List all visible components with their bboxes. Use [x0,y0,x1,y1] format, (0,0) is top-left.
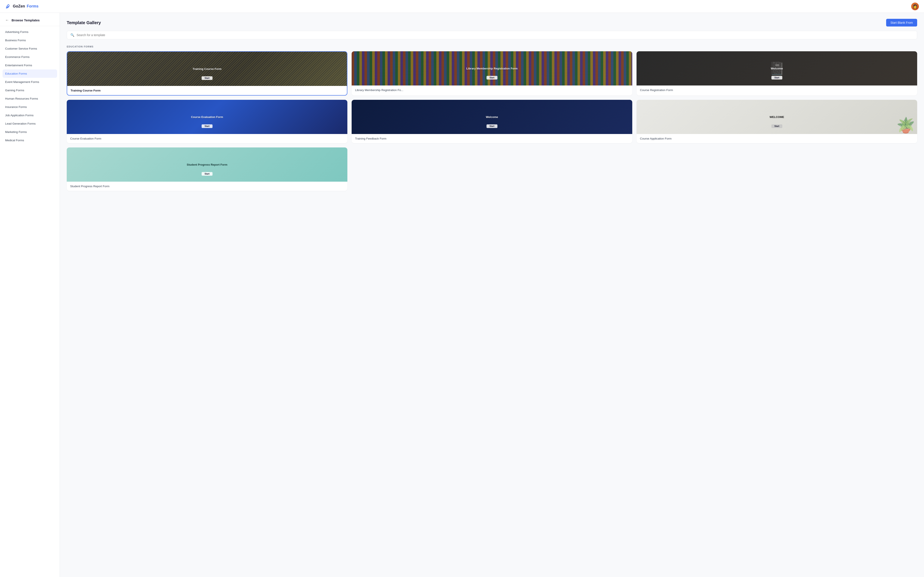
logo[interactable]: GoZenForms [5,3,39,10]
sidebar-item-lead-generation[interactable]: Lead Generation Forms [0,119,60,128]
sidebar-item-insurance[interactable]: Insurance Forms [0,103,60,111]
sidebar-item-entertainment[interactable]: Entertainment Forms [0,61,60,69]
sidebar-header: ← Browse Templates [0,16,60,26]
sidebar-item-business[interactable]: Business Forms [0,36,60,44]
card-label-student-progress: Student Progress Report Form [67,182,347,191]
template-grid: Training Course Form Start Training Cour… [67,51,917,191]
card-preview-training-feedback: Welcome Start [352,100,632,134]
header: GoZenForms 👩 [0,0,924,13]
card-preview-title: Course Evaluation Form [187,115,226,119]
sidebar-item-event-management[interactable]: Event Management Forms [0,78,60,86]
sidebar-item-job-application[interactable]: Job Application Forms [0,111,60,119]
logo-text-forms: Forms [27,4,39,8]
sidebar-item-education[interactable]: Education Forms [3,69,57,78]
card-preview-title: Welcome [767,67,787,70]
template-card-course-registration[interactable]: Welcome Start Course Registration Form [636,51,917,95]
template-card-course-evaluation[interactable]: Course Evaluation Form Start Course Eval… [67,100,347,143]
template-card-student-progress[interactable]: Student Progress Report Form Start Stude… [67,147,347,191]
card-preview-student-progress: Student Progress Report Form Start [67,147,347,182]
template-card-training-feedback[interactable]: Welcome Start Training Feedback Form [352,100,632,143]
user-avatar[interactable]: 👩 [911,3,919,10]
sidebar: ← Browse Templates Advertising FormsBusi… [0,13,60,577]
main-header: Template Gallery Start Blank From [67,19,917,26]
sidebar-title: Browse Templates [11,18,40,22]
card-label-course-registration: Course Registration Form [636,85,917,95]
main-content: Template Gallery Start Blank From 🔍 EDUC… [60,13,924,577]
card-preview-title: Welcome [483,115,502,119]
sidebar-item-customer-service[interactable]: Customer Service Forms [0,44,60,53]
card-preview-course-evaluation: Course Evaluation Form Start [67,100,347,134]
sidebar-nav: Advertising FormsBusiness FormsCustomer … [0,28,60,145]
sidebar-item-advertising[interactable]: Advertising Forms [0,28,60,36]
sidebar-item-medical[interactable]: Medical Forms [0,136,60,145]
start-badge-training-feedback: Start [486,124,498,128]
card-preview-title: Library Membership Registration Form [463,67,521,70]
template-card-course-application[interactable]: 🪴 WELCOME Start Course Application Form [636,100,917,143]
section-label: EDUCATION FORMS [67,45,917,48]
search-input[interactable] [77,33,914,37]
card-label-training-feedback: Training Feedback Form [352,134,632,143]
sidebar-item-marketing[interactable]: Marketing Forms [0,128,60,136]
start-badge-training-course: Start [202,76,213,80]
start-badge-student-progress: Start [202,172,213,176]
sidebar-item-gaming[interactable]: Gaming Forms [0,86,60,95]
card-label-course-application: Course Application Form [636,134,917,143]
template-card-training-course[interactable]: Training Course Form Start Training Cour… [67,51,347,95]
card-preview-course-application: 🪴 WELCOME Start [636,100,917,134]
card-preview-course-registration: Welcome Start [636,51,917,85]
card-label-course-evaluation: Course Evaluation Form [67,134,347,143]
card-label-library-membership: Library Membership Registration Fo... [352,85,632,95]
start-badge-library-membership: Start [486,76,498,79]
sidebar-item-human-resources[interactable]: Human Resources Forms [0,95,60,103]
template-card-library-membership[interactable]: Library Membership Registration Form Sta… [352,51,632,95]
card-preview-title: Training Course Form [189,67,225,71]
sidebar-item-ecommerce[interactable]: Ecommerce Forms [0,53,60,61]
start-badge-course-registration: Start [772,76,782,79]
logo-text-gozen: GoZen [13,4,25,8]
start-blank-button[interactable]: Start Blank From [886,19,917,26]
search-icon: 🔍 [70,33,74,37]
app-layout: ← Browse Templates Advertising FormsBusi… [0,13,924,577]
card-preview-title: WELCOME [766,115,788,119]
logo-icon [5,3,11,10]
card-preview-training-course: Training Course Form Start [67,52,347,86]
card-preview-library-membership: Library Membership Registration Form Sta… [352,51,632,85]
page-title: Template Gallery [67,20,101,25]
start-badge-course-evaluation: Start [202,124,213,128]
card-label-training-course: Training Course Form [67,86,347,95]
start-badge-course-application: Start [772,124,782,128]
search-bar: 🔍 [67,31,917,39]
back-button[interactable]: ← [5,18,9,23]
card-preview-title: Student Progress Report Form [183,163,231,166]
plant-decoration: 🪴 [897,116,915,134]
